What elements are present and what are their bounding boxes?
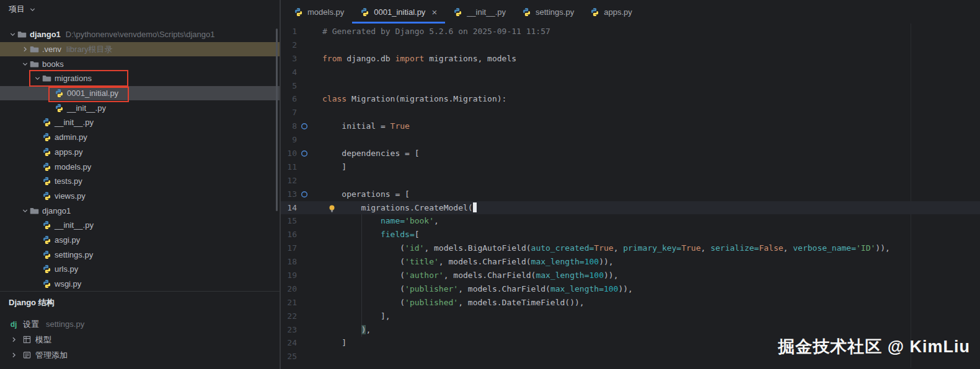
- code-line-17[interactable]: 17 ('id', models.BigAutoField(auto_creat…: [281, 241, 980, 255]
- python-file-icon: [42, 132, 51, 142]
- django-structure-title: Django 结构: [0, 292, 280, 308]
- code-text: [312, 66, 980, 79]
- project-scrollbar[interactable]: [276, 28, 278, 211]
- chevron-down-icon[interactable]: [20, 207, 30, 214]
- folder-icon: [17, 30, 27, 39]
- code-line-23[interactable]: 23 ),: [281, 323, 980, 337]
- tree-item-django1[interactable]: django1D:\pythonenve\venvdemo\Scripts\dj…: [0, 27, 280, 42]
- gutter-spacer: [297, 228, 312, 241]
- django-item-label: 管理添加: [35, 350, 68, 361]
- code-line-10[interactable]: 10 dependencies = [: [281, 147, 980, 160]
- table-icon: [23, 336, 31, 344]
- code-line-16[interactable]: 16 fields=[: [281, 228, 980, 241]
- code-line-2[interactable]: 2: [281, 38, 980, 52]
- django-item-item[interactable]: 管理添加: [0, 347, 280, 363]
- tree-item-asgi-py[interactable]: asgi.py: [0, 233, 280, 248]
- line-number: 24: [281, 336, 297, 350]
- tree-item-label: views.py: [55, 191, 86, 201]
- tree-item-settings-py[interactable]: settings.py: [0, 247, 280, 262]
- override-gutter-icon[interactable]: [297, 119, 312, 133]
- gutter-spacer: [297, 106, 312, 119]
- django-item-item[interactable]: 模型: [0, 332, 280, 347]
- code-line-21[interactable]: 21 ('published', models.DateTimeField())…: [281, 296, 980, 310]
- tab-label: models.py: [307, 7, 344, 17]
- tree-item-detail: D:\pythonenve\venvdemo\Scripts\django1: [66, 30, 215, 39]
- chevron-right-icon[interactable]: [9, 336, 19, 343]
- line-number: 22: [281, 310, 297, 323]
- django-structure-panel: Django 结构 dj设置settings.py模型管理添加: [0, 291, 280, 363]
- tree-item-models-py[interactable]: models.py: [0, 159, 280, 174]
- django-item-item[interactable]: dj设置settings.py: [0, 316, 280, 332]
- line-number: 16: [281, 228, 297, 241]
- gutter-spacer: [297, 66, 312, 79]
- line-number: 23: [281, 323, 297, 337]
- code-line-22[interactable]: 22 ],: [281, 310, 980, 323]
- tree-item-admin-py[interactable]: admin.py: [0, 130, 280, 145]
- line-number: 17: [281, 241, 297, 255]
- code-line-7[interactable]: 7: [281, 106, 980, 119]
- tree-item-urls-py[interactable]: urls.py: [0, 262, 280, 277]
- tree-item-tests-py[interactable]: tests.py: [0, 174, 280, 189]
- folder-icon: [30, 59, 39, 69]
- tree-item-0001-initial-py[interactable]: 0001_initial.py: [0, 86, 280, 101]
- gutter-spacer: [297, 92, 312, 106]
- code-line-18[interactable]: 18 ('title', models.CharField(max_length…: [281, 255, 980, 269]
- code-line-8[interactable]: 8 initial = True: [281, 119, 980, 133]
- code-area[interactable]: 1# Generated by Django 5.2.6 on 2025-09-…: [281, 24, 980, 368]
- code-line-20[interactable]: 20 ('publisher', models.CharField(max_le…: [281, 282, 980, 296]
- code-line-3[interactable]: 3from django.db import migrations, model…: [281, 52, 980, 66]
- chevron-down-icon[interactable]: [7, 31, 17, 38]
- line-number: 1: [281, 25, 297, 38]
- tab-apps-py[interactable]: apps.py: [582, 0, 640, 24]
- gutter-spacer: [297, 38, 312, 52]
- override-gutter-icon[interactable]: [297, 188, 312, 201]
- tree-item-init-py[interactable]: __init__.py: [0, 115, 280, 130]
- tree-item-views-py[interactable]: views.py: [0, 189, 280, 204]
- gutter-spacer: [297, 214, 312, 228]
- chevron-down-icon[interactable]: [29, 6, 36, 13]
- code-line-14[interactable]: 14 migrations.CreateModel(: [281, 201, 980, 215]
- tree-item-detail: library根目录: [66, 44, 112, 55]
- tab-settings-py[interactable]: settings.py: [514, 0, 582, 24]
- python-file-icon: [522, 7, 531, 17]
- code-text: from django.db import migrations, models: [312, 52, 980, 66]
- close-icon[interactable]: ×: [431, 7, 437, 17]
- code-line-19[interactable]: 19 ('author', models.CharField(max_lengt…: [281, 269, 980, 282]
- code-line-6[interactable]: 6class Migration(migrations.Migration):: [281, 92, 980, 106]
- tree-item-venv[interactable]: .venvlibrary根目录: [0, 42, 280, 57]
- tree-item-init-py[interactable]: __init__.py: [0, 100, 280, 115]
- code-line-9[interactable]: 9: [281, 133, 980, 147]
- tab-label: 0001_initial.py: [374, 7, 425, 17]
- tree-item-django1[interactable]: django1: [0, 203, 280, 218]
- code-text: initial = True: [312, 119, 980, 133]
- tree-item-wsgi-py[interactable]: wsgi.py: [0, 277, 280, 292]
- tab-models-py[interactable]: models.py: [286, 0, 352, 24]
- tree-item-label: __init__.py: [55, 220, 94, 230]
- code-line-5[interactable]: 5: [281, 79, 980, 93]
- tab-init-py[interactable]: __init__.py: [445, 0, 514, 24]
- chevron-down-icon[interactable]: [20, 61, 30, 67]
- python-file-icon: [42, 162, 51, 171]
- tree-item-label: django1: [42, 206, 71, 215]
- chevron-right-icon[interactable]: [9, 352, 19, 358]
- tree-item-apps-py[interactable]: apps.py: [0, 145, 280, 160]
- line-number: 18: [281, 255, 297, 269]
- python-file-icon: [42, 250, 51, 259]
- code-line-13[interactable]: 13 operations = [: [281, 188, 980, 201]
- code-line-12[interactable]: 12: [281, 174, 980, 188]
- tree-item-label: apps.py: [55, 147, 83, 157]
- code-line-15[interactable]: 15 name='book',: [281, 214, 980, 228]
- code-text: ('author', models.CharField(max_length=1…: [312, 269, 980, 282]
- tree-item-label: asgi.py: [55, 235, 80, 245]
- line-number: 14: [281, 201, 297, 215]
- gutter-spacer: [297, 310, 312, 323]
- code-line-1[interactable]: 1# Generated by Django 5.2.6 on 2025-09-…: [281, 25, 980, 38]
- tree-item-books[interactable]: books: [0, 56, 280, 71]
- chevron-right-icon[interactable]: [20, 46, 30, 53]
- code-line-4[interactable]: 4: [281, 66, 980, 79]
- tree-item-init-py[interactable]: __init__.py: [0, 218, 280, 233]
- code-line-11[interactable]: 11 ]: [281, 160, 980, 174]
- line-number: 21: [281, 296, 297, 310]
- tab-0001-initial-py[interactable]: 0001_initial.py×: [352, 0, 445, 24]
- override-gutter-icon[interactable]: [297, 147, 312, 160]
